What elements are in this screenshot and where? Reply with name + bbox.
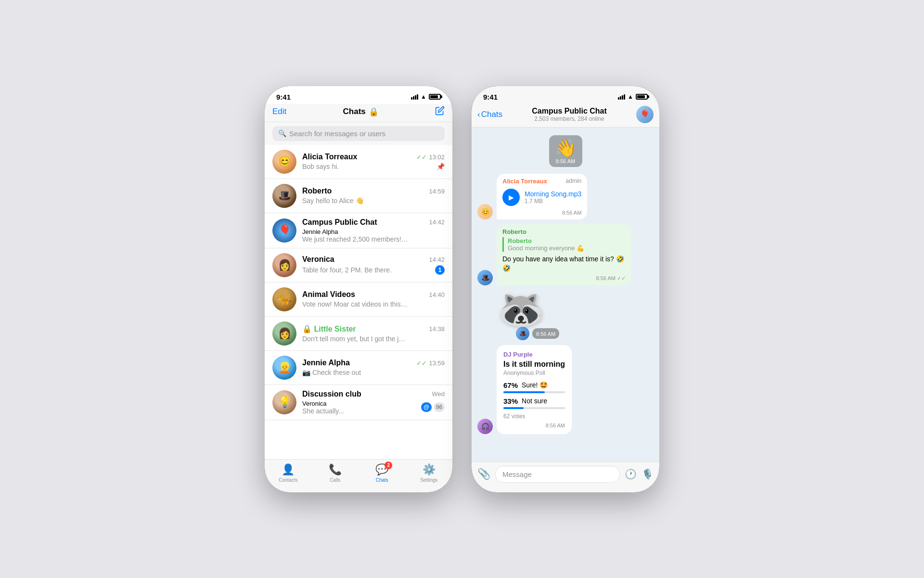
admin-label: admin [566,178,582,184]
status-icons-left: ▲ [411,93,441,100]
chat-info-little-sister: 🔒 Little Sister 14:38 Don't tell mom yet… [302,324,445,343]
tab-calls[interactable]: 📞 Calls [312,463,359,483]
chat-item-roberto[interactable]: 🎩 Roberto 14:59 Say hello to Alice 👋 [265,179,452,213]
compose-button[interactable] [435,106,445,118]
status-bar-left: 9:41 ▲ [265,86,452,104]
poll-pct-1: 67% [503,381,518,389]
audio-message-row: 😊 Alicia Torreaux admin ▶ Morning Song.m… [477,174,654,219]
msg-avatar-dj: 🎧 [477,419,493,434]
avatar-animal: 🐆 [272,287,296,311]
chat-nav-subtitle: 2,503 members, 284 online [506,116,632,122]
poll-question: Is it still morning [503,360,565,369]
chat-item-little-sister[interactable]: 👩 🔒 Little Sister 14:38 Don't tell mom y… [265,317,452,351]
emoji-button[interactable]: 🕐 [625,468,637,480]
message-placeholder: Message [502,470,532,478]
chat-name-jennie: Jennie Alpha [302,359,350,367]
avatar-veronica: 👩 [272,253,296,277]
tab-settings[interactable]: ⚙️ Settings [406,463,453,483]
audio-time: 8:56 AM [502,210,581,216]
edit-button[interactable]: Edit [272,107,286,116]
poll-votes: 62 votes [503,413,565,420]
chat-time-roberto: 14:59 [429,188,445,195]
search-icon: 🔍 [278,129,286,137]
status-bar-right: 9:41 ▲ [472,86,659,104]
poll-time: 8:56 AM [503,423,565,428]
unread-badge-veronica: 1 [435,265,445,275]
mic-button[interactable]: 🎙️ [642,468,654,480]
msg-avatar-alicia: 😊 [477,204,493,219]
poll-pct-2: 33% [503,397,518,405]
chat-info-campus: Campus Public Chat 14:42 Jennie Alpha We… [302,218,445,243]
play-button[interactable]: ▶ [502,189,520,206]
avatar-campus: 🎈 [272,218,296,243]
attach-button[interactable]: 📎 [477,468,490,480]
search-input[interactable]: 🔍 Search for messages or users [272,126,445,141]
chat-list: 😊 Alicia Torreaux ✓✓ 13:02 Bob says hi. … [265,145,452,459]
chat-avatar-header[interactable]: 🎈 [636,106,654,123]
roberto-message-row: 🎩 Roberto Roberto Good morning everyone … [477,224,654,285]
roberto-message-bubble: Roberto Roberto Good morning everyone 💪 … [497,224,631,285]
time-right: 9:41 [483,93,498,101]
wifi-icon-right: ▲ [628,93,633,100]
chat-item-discussion[interactable]: 💡 Discussion club Wed Veronica She actua… [265,385,452,420]
settings-icon: ⚙️ [423,463,436,476]
msg-avatar-roberto: 🎩 [477,270,493,285]
audio-player[interactable]: ▶ Morning Song.mp3 1.7 MB [502,187,581,208]
chat-info-animal: Animal Videos 14:40 Vote now! Moar cat v… [302,290,445,308]
roberto-quote: Roberto Good morning everyone 💪 [502,237,626,252]
chat-nav-info: Campus Public Chat 2,503 members, 284 on… [506,107,632,122]
back-button[interactable]: ‹ Chats [477,110,502,119]
battery-icon-right [636,94,648,100]
poll-bar-1 [503,391,545,393]
chat-time-little-sister: 14:38 [429,325,445,333]
chat-name-alicia: Alicia Torreaux [302,153,357,161]
battery-icon [429,94,441,100]
search-placeholder-text: Search for messages or users [289,129,385,138]
roberto-sender: Roberto [502,228,626,235]
audio-info: Morning Song.mp3 1.7 MB [525,190,581,205]
lock-icon-little-sister: 🔒 [302,325,314,333]
audio-message-bubble: Alicia Torreaux admin ▶ Morning Song.mp3… [497,174,587,219]
tab-label-contacts: Contacts [279,477,297,483]
page-title: Chats 🔒 [343,107,379,117]
poll-label-1: Sure! 🤩 [522,381,548,389]
chat-time-animal: 14:40 [429,291,445,298]
tab-contacts[interactable]: 👤 Contacts [265,463,312,483]
mention-badge: @ [421,402,432,412]
chevron-left-icon: ‹ [477,110,480,119]
count-badge: 96 [434,402,445,412]
chat-item-animal[interactable]: 🐆 Animal Videos 14:40 Vote now! Moar cat… [265,283,452,317]
chat-item-alicia[interactable]: 😊 Alicia Torreaux ✓✓ 13:02 Bob says hi. … [265,145,452,179]
chat-name-discussion: Discussion club [302,390,361,398]
red-panda-sticker: 🦝 [497,288,545,331]
chat-preview-roberto: Say hello to Alice 👋 [302,197,364,205]
right-phone: 9:41 ▲ ‹ Chats Campus Public Chat 2,503 … [472,86,659,492]
chat-info-alicia: Alicia Torreaux ✓✓ 13:02 Bob says hi. 📌 [302,153,445,170]
tab-chats[interactable]: 💬 2 Chats [359,463,406,483]
chat-item-jennie[interactable]: 👱 Jennie Alpha ✓✓ 13:59 📷 Check these ou… [265,351,452,385]
search-bar: 🔍 Search for messages or users [265,122,452,145]
chat-item-veronica[interactable]: 👩 Veronica 14:42 Table for four, 2 PM. B… [265,248,452,283]
chat-time-jennie: 13:59 [429,360,445,367]
lock-icon: 🔒 [369,107,379,117]
poll-message-row: 🎧 DJ Purple Is it still morning Anonymou… [477,345,654,434]
chat-item-campus[interactable]: 🎈 Campus Public Chat 14:42 Jennie Alpha … [265,213,452,248]
chat-info-veronica: Veronica 14:42 Table for four, 2 PM. Be … [302,255,445,275]
chats-badge: 2 [385,462,392,469]
poll-option-2[interactable]: 33% Not sure [503,397,565,409]
chat-time-veronica: 14:42 [429,256,445,263]
chat-name-campus: Campus Public Chat [302,218,377,227]
chat-name-roberto: Roberto [302,187,332,195]
audio-sender: Alicia Torreaux admin [502,178,581,185]
poll-option-1[interactable]: 67% Sure! 🤩 [503,381,565,393]
chat-name-animal: Animal Videos [302,290,355,299]
roberto-time: 8:56 AM ✓✓ [502,275,626,282]
tab-bar: 👤 Contacts 📞 Calls 💬 2 Chats ⚙️ Settings [265,459,452,492]
message-input[interactable]: Message [495,466,620,483]
pin-icon-alicia: 📌 [436,163,445,170]
avatar-alicia: 😊 [272,150,296,174]
wifi-icon: ▲ [421,93,426,100]
avatar-discussion: 💡 [272,390,296,414]
time-left: 9:41 [276,93,291,101]
contacts-icon: 👤 [282,463,295,476]
